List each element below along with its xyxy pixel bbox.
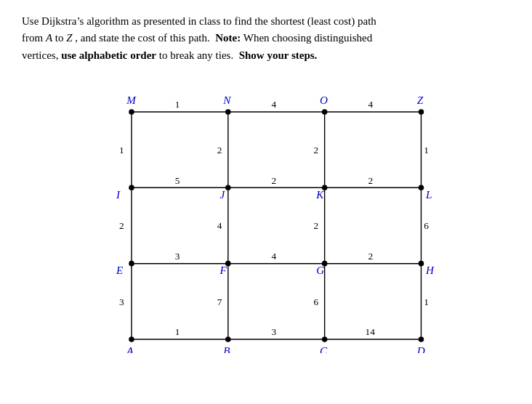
problem-steps-bold: Show your steps.: [239, 49, 318, 61]
problem-z: Z: [66, 32, 72, 44]
vertex-H: H: [425, 264, 435, 276]
weight-EF: 3: [175, 251, 180, 262]
weight-JF: 4: [217, 220, 222, 231]
svg-point-37: [225, 336, 231, 342]
weight-GH: 2: [368, 251, 373, 262]
svg-point-36: [129, 336, 134, 342]
svg-point-39: [419, 336, 424, 342]
weight-KL: 2: [368, 174, 373, 185]
vertex-C: C: [320, 344, 328, 353]
svg-point-35: [419, 261, 424, 267]
graph-svg: M N O Z I J K L E F G H A B C D 1 4 4 5: [63, 84, 469, 353]
problem-note-rest: When choosing distinguished: [243, 32, 372, 44]
weight-AB: 1: [175, 326, 180, 337]
weight-OK: 2: [313, 145, 318, 155]
svg-point-29: [225, 185, 231, 190]
weight-HD: 1: [424, 296, 429, 307]
weight-OZ: 4: [368, 99, 373, 110]
weight-FB: 7: [217, 296, 222, 307]
weight-CD: 14: [366, 326, 376, 337]
vertex-I: I: [116, 187, 121, 200]
weight-ZL: 1: [424, 145, 429, 155]
vertex-M: M: [126, 93, 137, 105]
svg-point-25: [225, 109, 231, 115]
svg-point-31: [419, 185, 424, 190]
weight-LH: 6: [424, 220, 429, 231]
svg-point-32: [129, 261, 134, 267]
weight-IJ: 5: [175, 174, 180, 185]
problem-alpha-bold: use alphabetic order: [61, 49, 156, 61]
problem-line3-start: vertices,: [22, 49, 61, 61]
vertex-D: D: [416, 344, 425, 353]
svg-point-38: [322, 336, 328, 342]
svg-point-26: [322, 109, 328, 115]
problem-note-bold: Note:: [215, 32, 241, 44]
vertex-A: A: [126, 344, 134, 353]
weight-NJ: 2: [217, 145, 222, 155]
weight-JK: 2: [272, 174, 277, 185]
problem-rest: , and state the cost of this path.: [75, 32, 209, 44]
weight-IE: 2: [119, 220, 124, 231]
vertex-B: B: [223, 344, 230, 353]
vertex-Z: Z: [417, 93, 424, 105]
vertex-O: O: [320, 93, 328, 105]
problem-line3-rest: to break any ties.: [159, 49, 233, 61]
vertex-N: N: [222, 93, 231, 105]
vertex-E: E: [116, 264, 124, 276]
svg-point-28: [129, 185, 134, 190]
problem-line1: Use Dijkstra’s algorithm as presented in…: [22, 15, 376, 27]
page: Use Dijkstra’s algorithm as presented in…: [0, 0, 532, 360]
vertex-J: J: [219, 187, 225, 200]
problem-from: from: [22, 32, 43, 44]
weight-MN: 1: [175, 99, 180, 110]
weight-BC: 3: [272, 326, 277, 337]
vertex-L: L: [425, 187, 432, 200]
weight-KG: 2: [313, 220, 318, 231]
weight-EA: 3: [119, 296, 124, 307]
problem-to: to: [55, 32, 66, 44]
problem-a: A: [46, 32, 52, 44]
problem-text: Use Dijkstra’s algorithm as presented in…: [22, 13, 510, 64]
svg-point-27: [419, 109, 424, 115]
vertex-F: F: [219, 264, 227, 276]
weight-FG: 4: [272, 251, 277, 262]
graph-container: M N O Z I J K L E F G H A B C D 1 4 4 5: [63, 84, 469, 353]
vertex-G: G: [316, 264, 324, 276]
svg-point-24: [129, 109, 134, 115]
weight-NO: 4: [272, 99, 277, 110]
vertex-K: K: [315, 187, 324, 200]
weight-MI: 1: [119, 145, 124, 155]
weight-GC: 6: [313, 296, 318, 307]
